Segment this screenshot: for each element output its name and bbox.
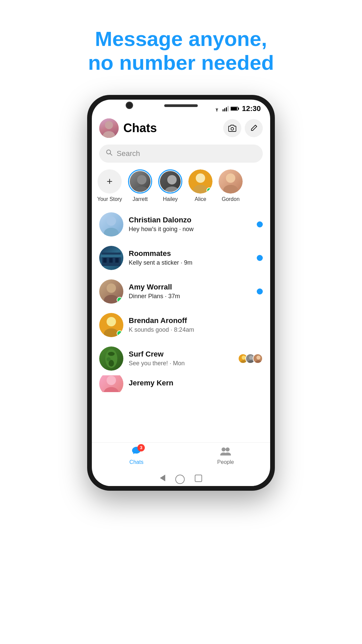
- chat-item-brendan[interactable]: Brendan Aronoff K sounds good · 8:24am: [92, 308, 270, 342]
- chat-item-jeremy[interactable]: Jeremy Kern: [92, 375, 270, 392]
- svg-point-44: [222, 447, 226, 451]
- svg-point-41: [255, 360, 262, 364]
- camera-button[interactable]: [223, 119, 241, 137]
- jeremy-name: Jeremy Kern: [129, 379, 263, 387]
- chats-nav-icon: 3: [131, 446, 141, 458]
- surf-crew-content: Surf Crew See you there! · Mon: [129, 350, 238, 367]
- headline-line1: Message anyone,: [95, 27, 267, 50]
- svg-point-22: [104, 228, 119, 236]
- svg-point-33: [108, 352, 115, 356]
- chats-nav-label: Chats: [129, 459, 143, 465]
- jeremy-avatar: [99, 375, 123, 392]
- nav-item-chats[interactable]: 3 Chats: [92, 446, 181, 465]
- phone-outer-shell: 12:30 Chats: [87, 95, 275, 491]
- svg-point-18: [193, 185, 208, 194]
- app-title: Chats: [123, 121, 220, 135]
- add-story-button[interactable]: +: [98, 169, 122, 194]
- home-buttons: [160, 475, 202, 484]
- stories-row: + Your Story Jarrett: [92, 167, 270, 208]
- alice-avatar[interactable]: [188, 169, 213, 194]
- svg-rect-25: [103, 258, 107, 263]
- chat-item-christian[interactable]: Christian Dalonzo Hey how's it going · n…: [92, 208, 270, 241]
- phone-camera: [126, 102, 133, 109]
- roommates-preview: Kelly sent a sticker · 9m: [129, 259, 257, 266]
- edit-icon: [250, 124, 257, 132]
- svg-point-14: [134, 186, 149, 192]
- bottom-nav: 3 Chats People: [92, 442, 270, 472]
- chats-badge: 3: [137, 444, 145, 451]
- chat-item-amy[interactable]: Amy Worrall Dinner Plans · 37m: [92, 275, 270, 308]
- christian-unread-indicator: [257, 221, 263, 227]
- svg-rect-1: [223, 109, 224, 111]
- amy-preview: Dinner Plans · 37m: [129, 293, 257, 300]
- story-item-jarrett[interactable]: Jarrett: [128, 169, 152, 202]
- roommates-unread-indicator: [257, 255, 263, 261]
- chat-item-roommates[interactable]: Roommates Kelly sent a sticker · 9m: [92, 241, 270, 275]
- svg-rect-24: [101, 255, 122, 257]
- nav-item-people[interactable]: People: [181, 446, 270, 465]
- svg-point-15: [167, 175, 177, 184]
- svg-point-46: [226, 447, 230, 451]
- app-headline: Message anyone, no number needed: [61, 27, 301, 75]
- story-item-your-story[interactable]: + Your Story: [97, 169, 122, 202]
- surf-crew-avatar: [99, 346, 123, 371]
- christian-name: Christian Dalonzo: [129, 216, 257, 224]
- compose-button[interactable]: [245, 119, 263, 137]
- svg-rect-26: [109, 258, 113, 263]
- christian-preview: Hey how's it going · now: [129, 226, 257, 233]
- svg-line-12: [110, 153, 112, 155]
- svg-point-10: [231, 127, 234, 130]
- home-button[interactable]: [175, 475, 185, 484]
- svg-point-16: [165, 186, 179, 192]
- christian-chat-content: Christian Dalonzo Hey how's it going · n…: [129, 216, 257, 233]
- svg-point-20: [223, 185, 238, 194]
- alice-online-indicator: [206, 187, 212, 193]
- chat-item-surf-crew[interactable]: Surf Crew See you there! · Mon: [92, 342, 270, 375]
- phone-screen: 12:30 Chats: [92, 100, 270, 486]
- status-bar: 12:30: [92, 100, 270, 115]
- search-bar[interactable]: Search: [99, 145, 263, 163]
- phone-speaker: [164, 104, 198, 107]
- svg-rect-4: [228, 106, 229, 111]
- svg-rect-2: [224, 108, 225, 111]
- surf-crew-name: Surf Crew: [129, 350, 238, 359]
- back-button[interactable]: [160, 475, 165, 481]
- camera-icon: [228, 124, 236, 132]
- profile-avatar[interactable]: [99, 118, 119, 138]
- brendan-online-dot: [117, 330, 123, 336]
- status-time: 12:30: [242, 104, 261, 113]
- amy-chat-content: Amy Worrall Dinner Plans · 37m: [129, 283, 257, 300]
- jarrett-avatar[interactable]: [128, 169, 152, 194]
- gordon-avatar[interactable]: [219, 169, 243, 194]
- amy-avatar: [99, 279, 123, 304]
- svg-point-19: [226, 173, 235, 183]
- alice-label: Alice: [195, 196, 206, 202]
- amy-unread-indicator: [257, 288, 263, 294]
- battery-icon: [231, 106, 239, 111]
- svg-point-30: [107, 317, 116, 326]
- signal-icon: [223, 106, 229, 111]
- svg-rect-3: [226, 107, 227, 111]
- svg-rect-6: [231, 107, 237, 110]
- surf-crew-group-avatars: [238, 354, 263, 364]
- story-item-alice[interactable]: Alice: [188, 169, 213, 202]
- story-item-hailey[interactable]: Hailey: [158, 169, 182, 202]
- brendan-preview: K sounds good · 8:24am: [129, 326, 263, 333]
- headline-line2: no number needed: [88, 51, 274, 74]
- hailey-avatar[interactable]: [158, 169, 182, 194]
- svg-point-42: [107, 376, 116, 385]
- people-nav-label: People: [217, 459, 234, 465]
- wifi-icon: [213, 106, 221, 111]
- app-header: Chats: [92, 115, 270, 143]
- search-placeholder-text: Search: [117, 149, 140, 158]
- hailey-label: Hailey: [163, 196, 178, 202]
- christian-avatar: [99, 212, 123, 236]
- jarrett-label: Jarrett: [132, 196, 147, 202]
- recents-button[interactable]: [195, 475, 202, 482]
- svg-point-9: [103, 131, 115, 138]
- story-item-gordon[interactable]: Gordon: [219, 169, 243, 202]
- home-indicator-bar: [92, 472, 270, 486]
- people-nav-icon: [220, 446, 232, 458]
- search-magnifier-icon: [106, 149, 113, 156]
- amy-name: Amy Worrall: [129, 283, 257, 291]
